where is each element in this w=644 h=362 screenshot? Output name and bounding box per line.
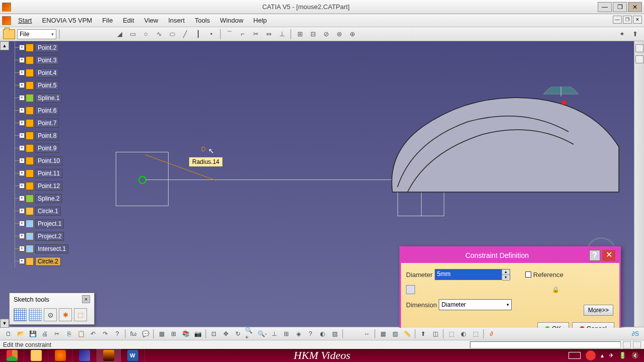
dimensional-icon[interactable]: ⬚ [74,308,87,321]
taskbar-catia[interactable] [97,349,121,362]
tray-arrow-icon[interactable]: ▴ [601,352,604,359]
sketch-tools-close[interactable]: × [82,295,90,303]
airplane-icon[interactable]: ✈ [609,352,614,359]
menu-view[interactable]: View [139,15,164,26]
tree-scroll-down[interactable]: ▼ [0,319,9,328]
capture-icon[interactable]: 📷 [192,329,203,339]
catalog-icon[interactable]: 📚 [180,329,191,339]
point-icon[interactable]: • [205,29,217,40]
geometric-icon[interactable]: ✱ [59,308,72,321]
more-button[interactable]: More>> [584,305,613,316]
new-icon[interactable]: 🗋 [3,329,14,339]
battery-icon[interactable]: 🔋 [619,352,626,359]
corner-icon[interactable]: ⌒ [223,29,235,40]
animate-icon[interactable]: ⊕ [346,29,358,40]
right-tool-2[interactable] [635,55,643,63]
rectangle-icon[interactable]: ▭ [127,29,139,40]
chamfer-icon[interactable]: ⌐ [236,29,249,40]
pan-icon[interactable]: ✥ [220,329,231,339]
comment-icon[interactable]: 💬 [140,329,151,339]
exit-sketch-icon[interactable]: ⬆ [418,329,429,339]
dimension-select[interactable]: Diameter [439,299,512,310]
dialog-titlebar[interactable]: Constraint Definition ? ✕ [401,248,619,263]
dim-mode-icon[interactable] [406,285,415,294]
view-mat-icon[interactable]: ▨ [389,329,400,339]
redo-icon[interactable]: ↷ [100,329,111,339]
table-icon[interactable]: ▦ [156,329,167,339]
cut-icon[interactable]: ✂ [51,329,62,339]
ok-button[interactable]: OK [537,322,569,328]
menu-tools[interactable]: Tools [190,15,215,26]
dimension-icon[interactable]: ⊟ [307,29,319,40]
tree-scroll-up[interactable]: ▲ [0,41,9,50]
lock-icon[interactable]: 🔒 [552,286,559,293]
paste-icon[interactable]: 📋 [75,329,87,339]
exit-icon[interactable]: ⬆ [629,29,641,40]
formula-icon[interactable]: fω [128,329,139,339]
save-icon[interactable]: 💾 [27,329,38,339]
snap-icon[interactable] [29,308,42,321]
taskbar-word[interactable]: W [121,349,145,362]
mdi-close[interactable]: ✕ [633,16,642,24]
zoom-out-icon[interactable]: 🔍- [257,329,268,339]
copy-icon[interactable]: ⎘ [63,329,74,339]
reference-checkbox[interactable] [525,272,531,278]
fix-icon[interactable]: ⊛ [333,29,345,40]
constraint-icon[interactable]: ⊞ [294,29,306,40]
contact-icon[interactable]: ⊘ [320,29,332,40]
menu-insert[interactable]: Insert [163,15,190,26]
mirror-icon[interactable]: ⇔ [263,29,275,40]
ellipse-icon[interactable]: ⬭ [166,29,178,40]
taskbar-firefox[interactable] [48,349,72,362]
menu-start[interactable]: Start [13,15,37,26]
help-balloon-icon[interactable]: ? [305,329,316,339]
zoom-in-icon[interactable]: 🔍+ [245,329,256,339]
trim-icon[interactable]: ✂ [250,29,262,40]
menu-file[interactable]: File [97,15,118,26]
construction-icon[interactable]: ⊙ [44,308,57,321]
shading-icon[interactable]: ◐ [317,329,328,339]
measure-icon[interactable]: ↔ [361,329,372,339]
taskbar-explorer[interactable] [24,349,48,362]
status-icon-2[interactable] [633,341,641,348]
line-icon[interactable]: ╱ [179,29,191,40]
open-icon[interactable] [3,29,15,39]
taskbar-player[interactable] [72,349,97,362]
status-icon-1[interactable] [623,341,631,348]
wb1-icon[interactable]: ◫ [430,329,441,339]
wb4-icon[interactable]: ⬚ [470,329,481,339]
measure-item-icon[interactable]: 📏 [401,329,413,339]
print-icon[interactable]: 🖨 [39,329,50,339]
keyboard-icon[interactable] [569,352,581,359]
mdi-restore[interactable]: ❐ [623,16,632,24]
dialog-close-button[interactable]: ✕ [602,250,615,261]
normal-icon[interactable]: ⊥ [269,329,280,339]
menu-help[interactable]: Help [249,15,272,26]
diameter-input[interactable]: 5mm ▲▼ [435,269,510,280]
right-tool-1[interactable] [635,44,643,52]
fit-icon[interactable]: ⊡ [208,329,219,339]
catia-logo-icon[interactable]: ∂ [486,329,497,339]
mdi-minimize[interactable]: — [613,16,622,24]
workbench-icon[interactable]: ✦ [616,29,628,40]
status-field[interactable] [470,341,621,348]
open-doc-icon[interactable]: 📂 [15,329,26,339]
undo-icon[interactable]: ↶ [88,329,99,339]
menu-enovia[interactable]: ENOVIA V5 VPM [37,15,97,26]
law-icon[interactable]: ⊞ [168,329,179,339]
project-icon[interactable]: ⊥ [276,29,288,40]
whatsthis-icon[interactable]: ? [112,329,123,339]
handle-marker[interactable] [562,101,566,105]
axis-icon[interactable]: ┃ [192,29,204,40]
minimize-button[interactable]: — [598,2,612,12]
profile-icon[interactable]: ◢ [114,29,126,40]
apply-mat-icon[interactable]: ▦ [377,329,388,339]
rotate-icon[interactable]: ↻ [232,329,244,339]
menu-window[interactable]: Window [215,15,248,26]
circle-icon[interactable]: ○ [140,29,152,40]
shutdown-icon[interactable] [586,350,596,360]
cancel-button[interactable]: Cancel [572,322,614,328]
diameter-spinner[interactable]: ▲▼ [502,269,510,280]
multi-view-icon[interactable]: ⊞ [281,329,292,339]
wb2-icon[interactable]: ⬚ [446,329,457,339]
